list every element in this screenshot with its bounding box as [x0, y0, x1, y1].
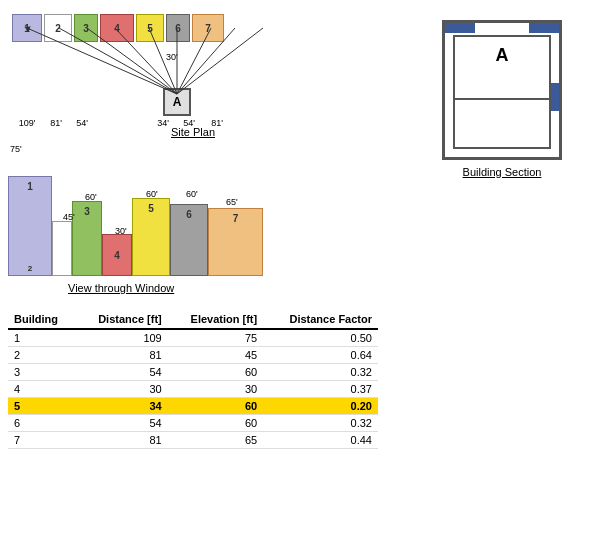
thirty-label: 30': [166, 52, 178, 62]
table-row: 430300.37: [8, 381, 378, 398]
height-60-label-5: 60': [146, 189, 158, 199]
bs-inner-box: A: [453, 35, 551, 149]
col-header-distance: Distance [ft]: [76, 310, 168, 329]
cell-distance: 34: [76, 398, 168, 415]
cell-distance: 54: [76, 415, 168, 432]
building-section-title: Building Section: [463, 166, 542, 178]
cell-distance: 54: [76, 364, 168, 381]
window-view: 75' 1 2 3 4 5: [8, 142, 378, 302]
site-building-2: 2: [44, 14, 72, 42]
cell-elevation: 30: [168, 381, 263, 398]
height-30-label-4: 30': [115, 226, 127, 236]
cell-elevation: 60: [168, 364, 263, 381]
cell-elevation: 65: [168, 432, 263, 449]
window-building-6: 6: [170, 204, 208, 276]
cell-building: 5: [8, 398, 76, 415]
cell-elevation: 60: [168, 398, 263, 415]
col-header-building: Building: [8, 310, 76, 329]
window-building-4: 4: [102, 234, 132, 276]
site-building-3: 3: [74, 14, 98, 42]
window-building-2: [52, 221, 72, 276]
building-table: Building Distance [ft] Elevation [ft] Di…: [8, 310, 378, 449]
cell-factor: 0.20: [263, 398, 378, 415]
cell-building: 4: [8, 381, 76, 398]
window-view-label: View through Window: [68, 282, 174, 294]
cell-factor: 0.44: [263, 432, 378, 449]
cell-building: 7: [8, 432, 76, 449]
cell-factor: 0.37: [263, 381, 378, 398]
height-60-label-3: 60': [85, 192, 97, 202]
building-section-diagram: A 3' Sill: [442, 20, 562, 160]
window-building-3: 3: [72, 201, 102, 276]
site-plan: 1 2 3 4 5 6 7 A 30': [8, 8, 378, 138]
cell-building: 3: [8, 364, 76, 381]
window-building-7: 7: [208, 208, 263, 276]
cell-distance: 30: [76, 381, 168, 398]
cell-distance: 81: [76, 432, 168, 449]
cell-factor: 0.64: [263, 347, 378, 364]
cell-building: 2: [8, 347, 76, 364]
height-75-label: 75': [10, 144, 22, 154]
cell-elevation: 75: [168, 329, 263, 347]
cell-building: 1: [8, 329, 76, 347]
right-panel: A 3' Sill Building Section: [422, 8, 582, 538]
col-header-elevation: Elevation [ft]: [168, 310, 263, 329]
col-header-factor: Distance Factor: [263, 310, 378, 329]
height-60-label-6: 60': [186, 189, 198, 199]
table-row: 354600.32: [8, 364, 378, 381]
table-row: 654600.32: [8, 415, 378, 432]
cell-factor: 0.32: [263, 415, 378, 432]
site-building-4: 4: [100, 14, 134, 42]
window-building-5: 5: [132, 198, 170, 276]
bs-a-label: A: [496, 45, 509, 66]
bs-divider: [455, 98, 549, 100]
site-plan-label: Site Plan: [171, 126, 215, 138]
focal-point-a: A: [163, 88, 191, 116]
cell-distance: 81: [76, 347, 168, 364]
site-building-1: 1: [12, 14, 42, 42]
dist-label-1: 109': [12, 118, 42, 128]
window-buildings: 1 2 3 4 5 6: [8, 176, 263, 276]
bs-top-bar-right: [529, 23, 559, 33]
cell-elevation: 45: [168, 347, 263, 364]
dist-label-3: 54': [70, 118, 94, 128]
bs-sill-bar: [551, 83, 559, 111]
cell-factor: 0.50: [263, 329, 378, 347]
height-45-label: 45': [63, 212, 75, 222]
height-65-label-7: 65': [226, 197, 238, 207]
table-row: 534600.20: [8, 398, 378, 415]
window-building-1: 1 2: [8, 176, 52, 276]
table-row: 281450.64: [8, 347, 378, 364]
site-building-5: 5: [136, 14, 164, 42]
cell-elevation: 60: [168, 415, 263, 432]
table-row: 1109750.50: [8, 329, 378, 347]
data-table: Building Distance [ft] Elevation [ft] Di…: [8, 310, 378, 449]
site-building-7: 7: [192, 14, 224, 42]
cell-factor: 0.32: [263, 364, 378, 381]
site-building-6: 6: [166, 14, 190, 42]
table-row: 781650.44: [8, 432, 378, 449]
dist-label-2: 81': [42, 118, 70, 128]
cell-distance: 109: [76, 329, 168, 347]
dist-label-4: [94, 118, 149, 128]
cell-building: 6: [8, 415, 76, 432]
bs-top-bar-left: [445, 23, 475, 33]
